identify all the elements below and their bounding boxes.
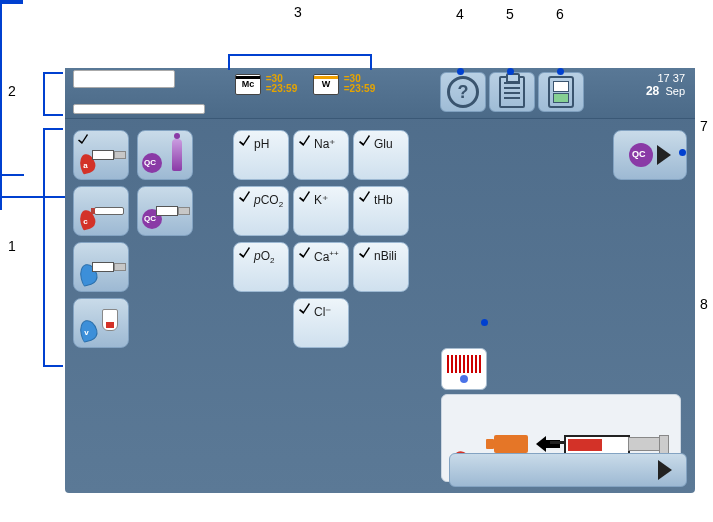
analyte-tile-nbili[interactable]: nBili <box>353 242 409 292</box>
clock-month: Sep <box>665 85 685 97</box>
callout-number-5: 5 <box>506 6 514 22</box>
analyte-label: Na⁺ <box>314 137 335 151</box>
scan-indicator-icon <box>460 375 468 383</box>
arterial-syringe-button[interactable]: a <box>73 130 129 180</box>
qc-ampoule-button[interactable] <box>137 130 193 180</box>
callout-dot <box>481 319 488 326</box>
sensor-cartridge-icon: Mc <box>235 74 261 95</box>
callout-line <box>0 2 23 4</box>
qc-syringe-button[interactable] <box>137 186 193 236</box>
callout-line <box>0 174 24 176</box>
callout-line <box>0 198 2 210</box>
analyte-tile-ph[interactable]: pH <box>233 130 289 180</box>
question-icon: ? <box>447 76 479 108</box>
patient-id-field[interactable] <box>73 70 175 88</box>
analyzer-icon <box>548 76 574 108</box>
callout-number-4: 4 <box>456 6 464 22</box>
analyte-label: pCO2 <box>254 193 283 209</box>
analyte-tile-pco2[interactable]: pCO2 <box>233 186 289 236</box>
maintenance-waste-status: W =30 =23:59 <box>313 74 375 95</box>
analyte-label: K⁺ <box>314 193 328 207</box>
callout-number-1: 1 <box>8 238 16 254</box>
callout-bracket-1 <box>43 128 63 367</box>
analyte-label: nBili <box>374 249 397 263</box>
callout-number-3: 3 <box>294 4 302 20</box>
callout-number-8: 8 <box>700 296 708 312</box>
start-measure-button[interactable] <box>449 453 687 487</box>
analyte-label: tHb <box>374 193 393 207</box>
analyte-tile-glu[interactable]: Glu <box>353 130 409 180</box>
analyte-tile-ca[interactable]: Ca++ <box>293 242 349 292</box>
syringe-illustration <box>564 431 672 455</box>
venous-drop-icon: v <box>78 318 100 343</box>
callout-number-2: 2 <box>8 83 16 99</box>
capillary-tube-button[interactable]: c <box>73 186 129 236</box>
callout-line <box>0 82 2 128</box>
callout-line <box>0 4 2 36</box>
main-area: a c v pH Na⁺ Glu <box>65 118 695 493</box>
analyte-label: pO2 <box>254 249 274 265</box>
syringe-icon <box>156 204 188 216</box>
device-status-button[interactable] <box>538 72 584 112</box>
barcode-icon <box>447 355 481 373</box>
sample-port-icon <box>494 435 528 453</box>
capillary-icon <box>94 207 124 215</box>
callout-number-7: 7 <box>700 118 708 134</box>
secondary-id-field[interactable] <box>73 104 205 114</box>
clock-day: 28 <box>646 84 659 98</box>
sample-bag-icon <box>102 309 118 331</box>
callout-line <box>0 36 2 82</box>
analyte-tile-na[interactable]: Na⁺ <box>293 130 349 180</box>
help-button[interactable]: ? <box>440 72 486 112</box>
analyte-label: Glu <box>374 137 393 151</box>
analyzer-app-window: Mc =30 =23:59 W =30 =23:59 ? 17 3 <box>65 68 695 493</box>
callout-line <box>0 176 2 196</box>
clipboard-icon <box>499 76 525 108</box>
analyte-tile-po2[interactable]: pO2 <box>233 242 289 292</box>
results-log-button[interactable] <box>489 72 535 112</box>
analyte-label: Ca++ <box>314 249 339 264</box>
qc-badge-icon <box>629 143 653 167</box>
syringe-icon <box>92 148 124 160</box>
callout-bracket-3 <box>228 54 372 70</box>
callout-bracket-2 <box>43 72 63 116</box>
callout-dot <box>679 149 686 156</box>
maintenance-sensor-status: Mc =30 =23:59 <box>235 74 297 95</box>
top-bar: Mc =30 =23:59 W =30 =23:59 ? 17 3 <box>65 68 695 119</box>
play-icon <box>657 145 671 165</box>
waste-pack-icon: W <box>313 74 339 95</box>
analyte-label: Cl⁻ <box>314 305 331 319</box>
analyte-tile-thb[interactable]: tHb <box>353 186 409 236</box>
clock-date: 17 37 28 Sep <box>646 72 685 98</box>
barcode-scan-button[interactable] <box>441 348 487 390</box>
arrow-left-icon <box>536 437 560 451</box>
venous-bag-button[interactable]: v <box>73 298 129 348</box>
analyte-label: pH <box>254 137 269 151</box>
ampoule-icon <box>172 139 182 171</box>
analyte-tile-cl[interactable]: Cl⁻ <box>293 298 349 348</box>
syringe-icon <box>92 260 124 272</box>
analyte-tile-k[interactable]: K⁺ <box>293 186 349 236</box>
callout-number-6: 6 <box>556 6 564 22</box>
play-icon <box>658 460 672 480</box>
qc-run-button[interactable] <box>613 130 687 180</box>
callout-line <box>0 128 2 174</box>
callout-dot <box>557 68 564 75</box>
qc-badge-icon <box>142 153 162 173</box>
callout-dot <box>507 68 514 75</box>
venous-syringe-button[interactable] <box>73 242 129 292</box>
callout-dot <box>457 68 464 75</box>
